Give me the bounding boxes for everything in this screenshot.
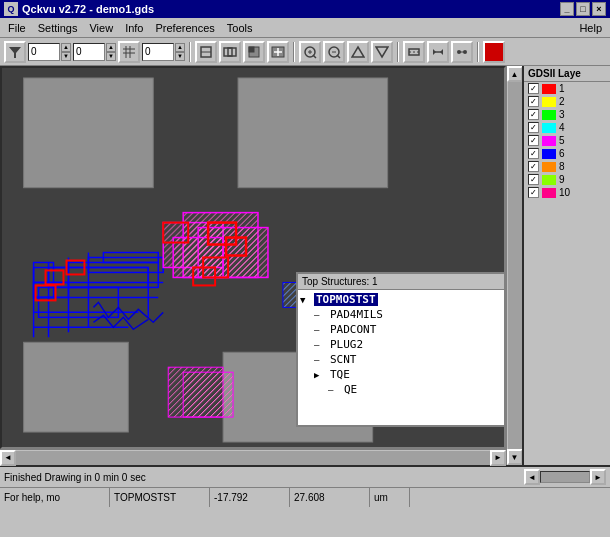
layer-checkbox[interactable]: ✓ [528, 96, 539, 107]
tree-item[interactable]: —PADCONT [300, 322, 502, 337]
x-coord: -17.792 [214, 492, 248, 503]
tree-expander[interactable]: ▼ [300, 295, 314, 305]
vertical-scrollbar: ▲ ▼ [506, 66, 522, 465]
toolbar-input-3[interactable] [142, 43, 174, 61]
scroll-up-button[interactable]: ▲ [507, 66, 523, 82]
layer-item[interactable]: ✓1 [524, 82, 610, 95]
toolbar-btn-11[interactable] [451, 41, 473, 63]
layer-item[interactable]: ✓2 [524, 95, 610, 108]
status-scroll-track[interactable] [540, 471, 590, 483]
layer-label: 3 [559, 109, 565, 120]
toolbar-btn-7[interactable] [347, 41, 369, 63]
layer-checkbox[interactable]: ✓ [528, 161, 539, 172]
minimize-button[interactable]: _ [560, 2, 574, 16]
menu-preferences[interactable]: Preferences [150, 20, 221, 36]
layer-checkbox[interactable]: ✓ [528, 187, 539, 198]
grid-button[interactable] [118, 41, 140, 63]
menu-tools[interactable]: Tools [221, 20, 259, 36]
layer-item[interactable]: ✓6 [524, 147, 610, 160]
layer-checkbox[interactable]: ✓ [528, 83, 539, 94]
spinner-1-up[interactable]: ▲ [61, 43, 71, 52]
tree-expander: — [314, 310, 328, 320]
layer-item[interactable]: ✓9 [524, 173, 610, 186]
svg-rect-65 [183, 372, 233, 417]
tree-expander: — [314, 355, 328, 365]
menu-file[interactable]: File [2, 20, 32, 36]
spinner-3-up[interactable]: ▲ [175, 43, 185, 52]
separator-1 [189, 42, 191, 62]
tree-item[interactable]: —SCNT [300, 352, 502, 367]
tree-expander[interactable]: ▶ [314, 370, 328, 380]
tree-content: ▼TOPMOSTST—PAD4MILS—PADCONT—PLUG2—SCNT▶T… [298, 290, 504, 399]
scroll-down-button[interactable]: ▼ [507, 449, 523, 465]
svg-rect-40 [88, 258, 163, 273]
tree-expander: — [314, 340, 328, 350]
spinner-1-down[interactable]: ▼ [61, 52, 71, 61]
app-icon: Q [4, 2, 18, 16]
close-button[interactable]: × [592, 2, 606, 16]
svg-marker-21 [352, 47, 364, 57]
tree-node-label: QE [342, 383, 359, 396]
menu-help[interactable]: Help [573, 20, 608, 36]
spinner-1: ▲ ▼ [61, 43, 71, 61]
tree-node-label: TOPMOSTST [314, 293, 378, 306]
layer-label: 8 [559, 161, 565, 172]
tree-item[interactable]: ▼TOPMOSTST [300, 292, 502, 307]
menu-view[interactable]: View [83, 20, 119, 36]
tree-item[interactable]: ▶TQE [300, 367, 502, 382]
status-scroll-right[interactable]: ► [590, 469, 606, 485]
layer-checkbox[interactable]: ✓ [528, 135, 539, 146]
y-coord: 27.608 [294, 492, 325, 503]
layer-swatch [542, 175, 556, 185]
tree-item[interactable]: —QE [300, 382, 502, 397]
svg-marker-22 [376, 47, 388, 57]
svg-marker-26 [433, 49, 436, 55]
layer-checkbox[interactable]: ✓ [528, 148, 539, 159]
spinner-3-down[interactable]: ▼ [175, 52, 185, 61]
toolbar-btn-9[interactable] [403, 41, 425, 63]
toolbar-input-1[interactable] [28, 43, 60, 61]
menu-settings[interactable]: Settings [32, 20, 84, 36]
layer-label: 6 [559, 148, 565, 159]
separator-3 [397, 42, 399, 62]
tree-node-label: PLUG2 [328, 338, 365, 351]
layer-item[interactable]: ✓4 [524, 121, 610, 134]
title-buttons: _ □ × [560, 2, 606, 16]
toolbar-btn-red[interactable] [483, 41, 505, 63]
spinner-2-up[interactable]: ▲ [106, 43, 116, 52]
layer-checkbox[interactable]: ✓ [528, 109, 539, 120]
spinner-2-down[interactable]: ▼ [106, 52, 116, 61]
toolbar-btn-3[interactable] [243, 41, 265, 63]
layer-item[interactable]: ✓10 [524, 186, 610, 199]
separator-2 [293, 42, 295, 62]
menu-info[interactable]: Info [119, 20, 149, 36]
layer-checkbox[interactable]: ✓ [528, 174, 539, 185]
tree-item[interactable]: —PAD4MILS [300, 307, 502, 322]
layer-item[interactable]: ✓3 [524, 108, 610, 121]
maximize-button[interactable]: □ [576, 2, 590, 16]
filter-button[interactable] [4, 41, 26, 63]
layer-item[interactable]: ✓5 [524, 134, 610, 147]
vscroll-track[interactable] [508, 82, 522, 449]
scroll-right-button[interactable]: ► [490, 450, 506, 466]
help-text: For help, mo [4, 492, 60, 503]
layer-checkbox[interactable]: ✓ [528, 122, 539, 133]
spinner-3: ▲ ▼ [175, 43, 185, 61]
toolbar-btn-5[interactable] [299, 41, 321, 63]
layer-item[interactable]: ✓8 [524, 160, 610, 173]
layer-label: 9 [559, 174, 565, 185]
status-scroll-left[interactable]: ◄ [524, 469, 540, 485]
hscroll-track[interactable] [16, 451, 490, 465]
tree-node-label: SCNT [328, 353, 359, 366]
toolbar-btn-8[interactable] [371, 41, 393, 63]
toolbar-input-2[interactable] [73, 43, 105, 61]
toolbar-btn-1[interactable] [195, 41, 217, 63]
toolbar-btn-2[interactable] [219, 41, 241, 63]
toolbar-btn-6[interactable] [323, 41, 345, 63]
layer-swatch [542, 188, 556, 198]
toolbar-btn-10[interactable] [427, 41, 449, 63]
tree-item[interactable]: —PLUG2 [300, 337, 502, 352]
cell-name: TOPMOSTST [114, 492, 176, 503]
toolbar-btn-4[interactable] [267, 41, 289, 63]
scroll-left-button[interactable]: ◄ [0, 450, 16, 466]
